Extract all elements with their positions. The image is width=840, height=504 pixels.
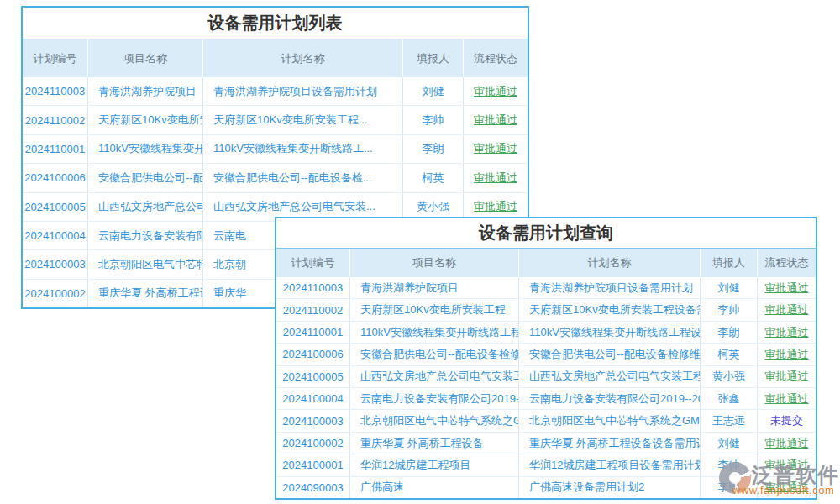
- cell-plan-no[interactable]: 2024100002: [276, 433, 350, 454]
- table-row[interactable]: 2024100006安徽合肥供电公司--配电设备检修维安徽合肥供电公司--配电设…: [276, 344, 816, 365]
- cell-plan-name[interactable]: 华润12城房建工程项目设备需用计划2: [519, 454, 701, 475]
- cell-plan-no[interactable]: 2024100001: [276, 454, 350, 475]
- column-header-status: 流程状态: [758, 249, 816, 277]
- cell-project-name[interactable]: 山西弘文房地产总公司电气安装工程: [350, 366, 519, 387]
- cell-project-name[interactable]: 山西弘文房地产总公司...: [88, 193, 203, 221]
- cell-plan-name[interactable]: 青海洪湖养护院项目设备需用计划: [203, 77, 403, 105]
- cell-plan-no[interactable]: 2024100004: [276, 388, 350, 409]
- table-row[interactable]: 2024100003北京朝阳区电气中芯特气系统之GM北京朝阳区电气中芯特气系统之…: [276, 410, 816, 432]
- cell-reporter[interactable]: 黄小强: [701, 366, 758, 387]
- table-row[interactable]: 2024110002天府新区10Kv变电所安...天府新区10Kv变电所安装工程…: [23, 106, 528, 134]
- cell-status[interactable]: 审批通过: [464, 135, 528, 163]
- table-row[interactable]: 2024110003青海洪湖养护院项目青海洪湖养护院项目设备需用计划刘健审批通过: [276, 277, 816, 299]
- cell-status[interactable]: 审批通过: [758, 366, 816, 387]
- cell-reporter[interactable]: 李朗: [403, 135, 464, 163]
- table-row[interactable]: 2024110003青海洪湖养护院项目青海洪湖养护院项目设备需用计划刘健审批通过: [23, 77, 528, 106]
- cell-plan-name[interactable]: 重庆华夏 外高桥工程设备设备需用计划: [519, 433, 701, 454]
- cell-plan-name[interactable]: 110kV安徽线程集变开断线路工程设备需: [519, 322, 701, 343]
- cell-project-name[interactable]: 北京朝阳区电气中芯特...: [88, 250, 203, 278]
- cell-reporter[interactable]: 王志远: [701, 410, 758, 431]
- cell-reporter[interactable]: 李帅: [701, 454, 758, 475]
- cell-project-name[interactable]: 华润12城房建工程项目: [350, 454, 519, 475]
- cell-project-name[interactable]: 重庆华夏 外高桥工程设备: [88, 280, 203, 307]
- cell-status[interactable]: 未提交: [758, 410, 816, 431]
- cell-plan-name[interactable]: 云南电力设备安装有限公司2019--202: [519, 388, 701, 409]
- cell-plan-no[interactable]: 2024100006: [23, 164, 88, 192]
- cell-reporter[interactable]: 刘健: [701, 277, 758, 298]
- cell-reporter[interactable]: 刘健: [701, 433, 758, 454]
- cell-plan-name[interactable]: 山西弘文房地产总公司电气安装工程设: [519, 366, 701, 387]
- list-window-title: 设备需用计划列表: [23, 8, 528, 39]
- cell-status[interactable]: 审批通过: [464, 164, 528, 192]
- table-row[interactable]: 2024110001110kV安徽线程集变开断线路工程110kV安徽线程集变开断…: [276, 322, 816, 344]
- table-row[interactable]: 2024110002天府新区10Kv变电所安装工程天府新区10Kv变电所安装工程…: [276, 299, 816, 321]
- cell-project-name[interactable]: 重庆华夏 外高桥工程设备: [350, 433, 519, 454]
- cell-plan-name[interactable]: 安徽合肥供电公司--配电设备检修维护: [519, 344, 701, 365]
- cell-plan-no[interactable]: 2024100005: [23, 193, 88, 221]
- column-header-reporter: 填报人: [403, 39, 464, 77]
- cell-plan-no[interactable]: 2024110003: [23, 77, 88, 105]
- table-row[interactable]: 2024100001华润12城房建工程项目华润12城房建工程项目设备需用计划2李…: [276, 454, 816, 476]
- cell-plan-no[interactable]: 2024100002: [23, 280, 88, 307]
- cell-plan-no[interactable]: 2024100003: [276, 410, 350, 431]
- cell-reporter[interactable]: 柯英: [701, 344, 758, 365]
- cell-reporter[interactable]: 刘健: [403, 77, 464, 105]
- cell-plan-name[interactable]: 青海洪湖养护院项目设备需用计划: [519, 277, 701, 298]
- cell-status[interactable]: 审批通过: [758, 322, 816, 343]
- cell-plan-no[interactable]: 2024110001: [276, 322, 350, 343]
- column-header-reporter: 填报人: [701, 249, 758, 277]
- table-row[interactable]: 2024100002重庆华夏 外高桥工程设备重庆华夏 外高桥工程设备设备需用计划…: [276, 433, 816, 454]
- cell-plan-no[interactable]: 2024110002: [276, 299, 350, 320]
- table-row[interactable]: 2024100005山西弘文房地产总公司电气安装工程山西弘文房地产总公司电气安装…: [276, 366, 816, 388]
- cell-project-name[interactable]: 天府新区10Kv变电所安装工程: [350, 299, 519, 320]
- cell-status[interactable]: 审批通过: [758, 477, 816, 498]
- cell-reporter[interactable]: 李帅: [403, 106, 464, 134]
- cell-status[interactable]: 审批通过: [758, 433, 816, 454]
- cell-status[interactable]: 审批通过: [758, 299, 816, 320]
- cell-project-name[interactable]: 广佛高速: [350, 477, 519, 498]
- cell-plan-no[interactable]: 2024100003: [23, 250, 88, 278]
- cell-plan-name[interactable]: 安徽合肥供电公司--配电设备检...: [203, 164, 403, 192]
- cell-reporter[interactable]: 柯英: [403, 164, 464, 192]
- table-row[interactable]: 2024100004云南电力设备安装有限公司2019--2云南电力设备安装有限公…: [276, 388, 816, 410]
- cell-project-name[interactable]: 安徽合肥供电公司--配电设备检修维: [350, 344, 519, 365]
- cell-reporter[interactable]: 李朗: [701, 322, 758, 343]
- cell-plan-no[interactable]: 2024100005: [276, 366, 350, 387]
- cell-project-name[interactable]: 云南电力设备安装有限...: [88, 222, 203, 249]
- table-row[interactable]: 2024110001110kV安徽线程集变开断...110kV安徽线程集变开断线…: [23, 135, 528, 164]
- cell-project-name[interactable]: 云南电力设备安装有限公司2019--2: [350, 388, 519, 409]
- cell-status[interactable]: 审批通过: [758, 344, 816, 365]
- cell-plan-no[interactable]: 2024110002: [23, 106, 88, 134]
- cell-project-name[interactable]: 青海洪湖养护院项目: [350, 277, 519, 298]
- cell-plan-name[interactable]: 广佛高速设备需用计划2: [519, 477, 701, 498]
- cell-plan-no[interactable]: 2024110001: [23, 135, 88, 163]
- cell-reporter[interactable]: 李朗: [701, 477, 758, 498]
- table-row[interactable]: 2024090003广佛高速广佛高速设备需用计划2李朗审批通过: [276, 477, 816, 498]
- cell-project-name[interactable]: 天府新区10Kv变电所安...: [88, 106, 203, 134]
- query-window-title: 设备需用计划查询: [276, 218, 816, 249]
- cell-plan-name[interactable]: 110kV安徽线程集变开断线路工...: [203, 135, 403, 163]
- cell-plan-no[interactable]: 2024100006: [276, 344, 350, 365]
- cell-reporter[interactable]: 张鑫: [701, 388, 758, 409]
- cell-status[interactable]: 审批通过: [758, 277, 816, 298]
- cell-status[interactable]: 审批通过: [464, 77, 528, 105]
- column-header-status: 流程状态: [464, 39, 528, 77]
- cell-reporter[interactable]: 李帅: [701, 299, 758, 320]
- cell-project-name[interactable]: 110kV安徽线程集变开断...: [88, 135, 203, 163]
- cell-plan-no[interactable]: 2024110003: [276, 277, 350, 298]
- cell-project-name[interactable]: 110kV安徽线程集变开断线路工程: [350, 322, 519, 343]
- cell-status[interactable]: 审批通过: [758, 454, 816, 475]
- cell-plan-name[interactable]: 天府新区10Kv变电所安装工程设备需用: [519, 299, 701, 320]
- cell-project-name[interactable]: 北京朝阳区电气中芯特气系统之GM: [350, 410, 519, 431]
- cell-status[interactable]: 审批通过: [758, 388, 816, 409]
- cell-status[interactable]: 审批通过: [464, 106, 528, 134]
- cell-project-name[interactable]: 安徽合肥供电公司--配电...: [88, 164, 203, 192]
- column-header-plan-no: 计划编号: [23, 39, 88, 77]
- cell-plan-no[interactable]: 2024090003: [276, 477, 350, 498]
- query-table-header: 计划编号项目名称计划名称填报人流程状态: [276, 249, 816, 277]
- cell-plan-name[interactable]: 天府新区10Kv变电所安装工程...: [203, 106, 403, 134]
- cell-project-name[interactable]: 青海洪湖养护院项目: [88, 77, 203, 105]
- cell-plan-name[interactable]: 北京朝阳区电气中芯特气系统之GMS设: [519, 410, 701, 431]
- table-row[interactable]: 2024100006安徽合肥供电公司--配电...安徽合肥供电公司--配电设备检…: [23, 164, 528, 192]
- cell-plan-no[interactable]: 2024100004: [23, 222, 88, 249]
